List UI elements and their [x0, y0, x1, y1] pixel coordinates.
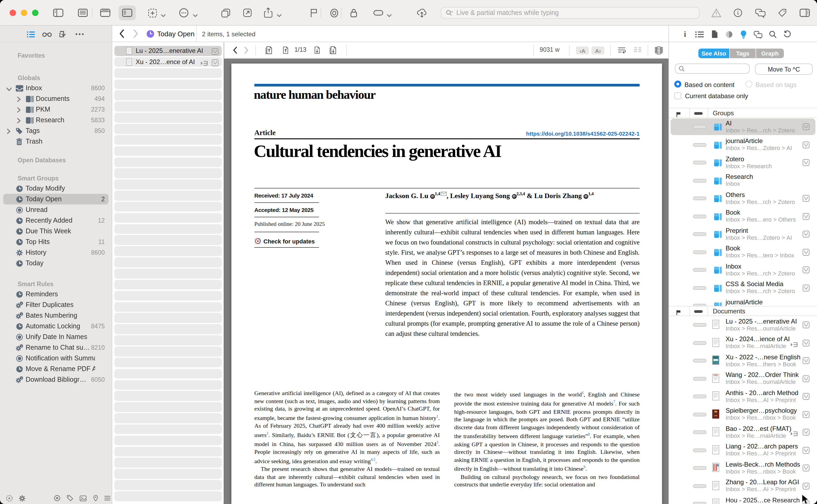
new-group-chevron-icon[interactable]: [161, 10, 166, 20]
toggle-inspector-icon[interactable]: [798, 6, 812, 20]
chevron-right-icon[interactable]: [17, 117, 22, 123]
previous-page-icon[interactable]: [280, 45, 291, 56]
last-page-icon[interactable]: [327, 45, 339, 56]
annotation-icon[interactable]: [803, 194, 810, 204]
toggle-sidebar-icon[interactable]: [51, 6, 65, 20]
sidebar-item-filter-duplicates[interactable]: Filter Duplicates: [0, 300, 112, 310]
sidebar-item-automatic-locking[interactable]: Automatic Locking8475: [0, 321, 112, 332]
document-row-anthis-20-arch-method[interactable]: Anthis - 20…arch MethodInbox > Res…AI > …: [669, 388, 817, 405]
sidebar-item-today-open[interactable]: Today Open2: [0, 194, 112, 204]
text-wrap-icon[interactable]: [616, 45, 627, 56]
annotation-icon[interactable]: [803, 141, 810, 150]
search-inspector-icon[interactable]: [767, 29, 779, 39]
group-row-inbox[interactable]: InboxInbox > Res…rch > Zotero: [669, 261, 817, 279]
open-externally-icon[interactable]: [241, 6, 254, 20]
sidebar-item-notification-with-summar[interactable]: Notification with Summar…: [0, 353, 112, 364]
list-view-icon[interactable]: [25, 29, 37, 39]
chevron-right-icon[interactable]: [17, 107, 22, 112]
sidebar-item-trash[interactable]: Trash: [0, 136, 112, 147]
annotation-icon[interactable]: [212, 48, 219, 57]
sidebar-item-rename-to-chat-su[interactable]: Rename to Chat su…8210: [0, 342, 112, 353]
annotation-icon[interactable]: [803, 357, 810, 366]
annotation-icon[interactable]: [803, 123, 810, 132]
pdf-forward-icon[interactable]: [241, 45, 252, 56]
duplicate-icon[interactable]: [219, 6, 233, 20]
global-search-input[interactable]: Live & partial matches while typing: [441, 7, 700, 19]
document-row-liang-202-arch-papers[interactable]: Liang - 202…arch papersInbox > Res…AI > …: [669, 441, 817, 459]
reading-list-icon[interactable]: [76, 6, 90, 20]
history-back-icon[interactable]: [119, 29, 124, 41]
document-row-xu-2024-ience-of-ai[interactable]: Xu - 2024…ience of AIInbox > Re…rnalArti…: [669, 334, 817, 352]
document-row-wang-202-order-think[interactable]: Wang - 202…Order ThinkInbox > Res…ournal…: [669, 370, 817, 388]
sidebar-item-unify-date-in-names[interactable]: Unify Date In Names: [0, 332, 112, 342]
move-to-button[interactable]: Move To ^C: [755, 64, 813, 75]
document-row-hou-2025-ce-research[interactable]: Hou - 2025…ce Research: [669, 495, 817, 504]
sidebar-item-bates-numbering[interactable]: Bates Numbering: [0, 310, 112, 321]
share-chevron-icon[interactable]: [277, 10, 282, 20]
pdf-back-icon[interactable]: [229, 45, 241, 56]
decrease-font-icon[interactable]: ‹A: [576, 46, 589, 54]
annotation-icon[interactable]: [803, 446, 810, 456]
chevron-right-icon[interactable]: [17, 96, 22, 101]
minimize-window-button[interactable]: [21, 10, 27, 16]
list-small-icon[interactable]: [103, 494, 112, 502]
first-page-icon[interactable]: [263, 45, 275, 56]
pin-icon[interactable]: [91, 494, 100, 502]
document-row-bao-202-est-fmat[interactable]: Bao - 202…est (FMAT)Inbox > Re…rnalArtic…: [669, 423, 817, 441]
chat-inspector-icon[interactable]: [752, 29, 764, 39]
annotation-icon[interactable]: [803, 159, 810, 168]
annotation-icon[interactable]: [803, 464, 810, 474]
top-pane-view-icon[interactable]: [98, 6, 112, 20]
reading-glasses-icon[interactable]: [41, 29, 53, 39]
tab-graph[interactable]: Graph: [756, 49, 784, 58]
info-inspector-icon[interactable]: i: [679, 29, 691, 39]
more-actions-icon[interactable]: [177, 6, 191, 20]
sidebar-item-history[interactable]: History8600: [0, 247, 112, 258]
radio-based-on-content[interactable]: [674, 81, 681, 88]
status-circle-icon[interactable]: [4, 494, 14, 502]
chevron-right-icon[interactable]: [6, 128, 12, 133]
tags-icon[interactable]: [775, 6, 789, 20]
chat-icon[interactable]: [753, 6, 767, 20]
annotation-icon[interactable]: [212, 59, 219, 68]
sidebar-item-move-rename-pdf-ai-s[interactable]: Move & Rename PDF AI S…: [0, 364, 112, 374]
lock-icon[interactable]: [347, 6, 361, 20]
chevron-down-icon[interactable]: [6, 85, 12, 91]
columns-view-icon[interactable]: [632, 45, 643, 56]
sidebar-item-inbox[interactable]: Inbox8600: [0, 83, 112, 93]
zoom-window-button[interactable]: [32, 10, 38, 16]
gear-icon[interactable]: [17, 494, 27, 502]
target-icon[interactable]: [52, 494, 62, 502]
group-row-book[interactable]: BookInbox > Res…ero > Others: [669, 207, 817, 225]
group-row-ai-selected[interactable]: AIInbox > Res…rch > Zotero: [669, 118, 817, 136]
warning-icon[interactable]: [709, 6, 723, 20]
sidebar-item-reminders[interactable]: Reminders: [0, 289, 112, 300]
sidebar-item-tags[interactable]: Tags850: [0, 125, 112, 136]
annotation-icon[interactable]: [803, 212, 810, 222]
group-row-others[interactable]: OthersInbox > Res…rch > Zotero: [669, 190, 817, 207]
annotation-icon[interactable]: [803, 339, 810, 348]
document-row-xu-2022-nese-english[interactable]: Xu - 2022 -…nese EnglishInbox > Res…ther…: [669, 352, 817, 370]
sync-cloud-icon[interactable]: [415, 6, 429, 20]
group-row-book[interactable]: BookInbox > Res…tero > Inbox: [669, 243, 817, 261]
tab-see-also[interactable]: See Also: [698, 49, 729, 58]
annotation-icon[interactable]: [803, 392, 810, 402]
reveal-icon[interactable]: [790, 340, 798, 349]
new-group-icon[interactable]: [145, 6, 159, 20]
image-icon[interactable]: [78, 494, 88, 502]
share-icon[interactable]: [261, 6, 275, 20]
doi-link[interactable]: https://doi.org/10.1038/s41562-025-02242…: [526, 130, 640, 137]
see-also-filter-input[interactable]: [675, 64, 750, 74]
sidebar-item-due-this-week[interactable]: Due This Week: [0, 226, 112, 237]
document-row-lu-2025-enerative-ai[interactable]: Lu - 2025 -…enerative AIInbox > Res…ourn…: [669, 316, 817, 334]
checkbox-current-database[interactable]: [674, 92, 681, 99]
sidebar-item-today-modify[interactable]: Today Modify: [0, 183, 112, 194]
label-pill-icon[interactable]: [371, 6, 385, 20]
document-row-zhang-20-leap-for-agi[interactable]: Zhang - 20…Leap for AGIInbox > Res…AI > …: [669, 477, 817, 495]
increase-font-icon[interactable]: A›: [591, 46, 604, 54]
concordance-icon[interactable]: [723, 29, 735, 39]
tab-tags[interactable]: Tags: [729, 49, 756, 58]
annotation-icon[interactable]: [803, 266, 810, 275]
sidebar-item-top-hits[interactable]: Top Hits11: [0, 237, 112, 247]
label-pill-chevron-icon[interactable]: [387, 10, 392, 20]
